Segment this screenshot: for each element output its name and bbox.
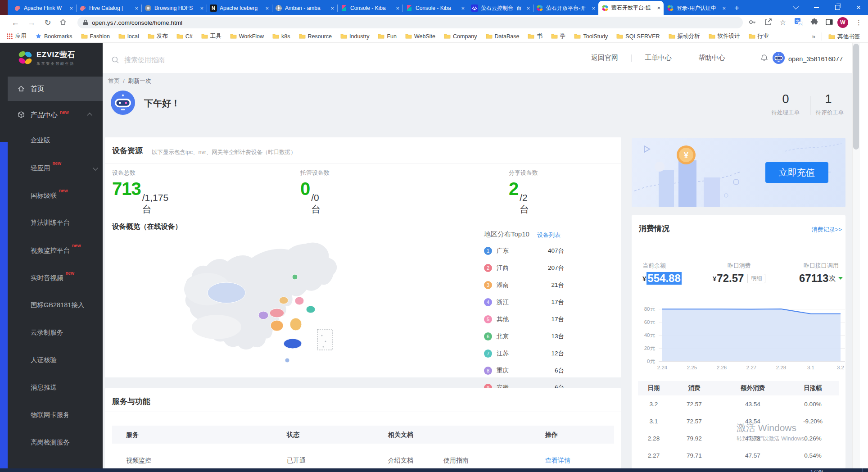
tab-close-icon[interactable]: × — [135, 5, 138, 12]
bookmark-item[interactable]: Industry — [340, 33, 369, 40]
browser-tab[interactable]: NApache Iceberg× — [207, 1, 272, 15]
topbar-link[interactable]: 帮助中心 — [698, 54, 725, 62]
bookmark-item[interactable]: ToolStudy — [574, 33, 608, 40]
browser-tab[interactable]: 登录-用户认证中× — [664, 1, 729, 15]
device-list-link[interactable]: 设备列表 — [537, 231, 561, 239]
url-text[interactable]: open.ys7.com/console/home.html — [92, 19, 182, 26]
bookmark-item[interactable]: k8s — [272, 33, 290, 40]
profile-avatar[interactable]: W — [837, 17, 848, 28]
china-map[interactable] — [172, 239, 371, 369]
tab-close-icon[interactable]: × — [526, 5, 530, 12]
breadcrumb: 首页 / 刷新一次 — [108, 77, 151, 85]
calls-dropdown-caret-icon[interactable] — [838, 277, 843, 280]
topbar-link[interactable]: 工单中心 — [645, 54, 672, 62]
tab-close-icon[interactable]: × — [330, 5, 334, 12]
bookmark-item[interactable]: DataBase — [486, 33, 520, 40]
bookmark-star-icon[interactable]: ☆ — [777, 16, 789, 29]
menu-dots-icon[interactable]: ⋮ — [855, 17, 862, 28]
scrollbar-thumb[interactable] — [853, 44, 859, 150]
bookmark-item[interactable]: 行业 — [749, 32, 769, 40]
tab-close-icon[interactable]: × — [461, 5, 465, 12]
bookmark-item[interactable]: Fashion — [81, 33, 110, 40]
bookmark-item[interactable]: Resource — [299, 33, 332, 40]
omnibox[interactable]: open.ys7.com/console/home.html — [77, 17, 743, 28]
window-restore-button[interactable] — [827, 0, 848, 15]
password-key-icon[interactable] — [748, 18, 757, 27]
sidebar-item-企业版[interactable]: 企业版 — [31, 136, 50, 145]
window-minimize-button[interactable] — [806, 0, 827, 15]
sidebar-item-国标级联[interactable]: 国标级联new — [31, 191, 68, 200]
bookmark-item[interactable]: WorkFlow — [230, 33, 264, 40]
pending-workorders-label[interactable]: 待处理工单 — [763, 109, 808, 117]
bookmark-item[interactable]: C# — [176, 33, 193, 40]
back-icon[interactable]: ← — [9, 16, 22, 29]
share-icon[interactable] — [764, 18, 773, 27]
breadcrumb-home[interactable]: 首页 — [108, 77, 120, 84]
bookmark-item[interactable]: 振动分析 — [669, 32, 700, 40]
browser-tab[interactable]: Console - Kiba× — [337, 1, 402, 15]
side-panel-icon[interactable] — [825, 18, 834, 27]
topbar-link[interactable]: 返回官网 — [591, 54, 618, 62]
search-input[interactable]: 搜索使用指南 — [124, 56, 165, 64]
consumption-records-link[interactable]: 消费记录>> — [812, 226, 842, 234]
bookmark-item[interactable]: 学 — [551, 32, 566, 40]
other-bookmarks[interactable]: 其他书签 — [828, 33, 860, 41]
new-tab-button[interactable]: + — [734, 1, 739, 15]
browser-tab[interactable]: 萤石开放平台-提× — [598, 1, 664, 15]
extensions-puzzle-icon[interactable] — [810, 18, 819, 27]
bookmark-item[interactable]: WebSite — [405, 33, 435, 40]
tab-close-icon[interactable]: × — [69, 5, 73, 12]
tab-close-icon[interactable]: × — [592, 5, 595, 12]
detail-chip[interactable]: 明细 — [747, 274, 765, 283]
browser-tab[interactable]: Ambari - amba× — [272, 1, 337, 15]
translate-icon[interactable]: 文G — [795, 18, 804, 27]
bookmark-item[interactable]: local — [118, 33, 139, 40]
browser-tab[interactable]: Hive Catalog |× — [76, 1, 141, 15]
bookmark-item[interactable]: 软件设计 — [709, 32, 740, 40]
browser-tab[interactable]: 萤石开放平台-开× — [533, 1, 598, 15]
sidebar-item-消息推送[interactable]: 消息推送 — [31, 383, 57, 392]
bookmark-item[interactable]: Bookmarks — [35, 33, 72, 40]
sidebar-item-首页[interactable]: 首页 — [8, 77, 103, 101]
browser-tab[interactable]: Browsing HDFS× — [141, 1, 207, 15]
forward-icon[interactable]: → — [25, 16, 38, 29]
tab-search-chevron-icon[interactable] — [785, 0, 806, 15]
sidebar-item-产品中心[interactable]: 产品中心new — [8, 103, 103, 127]
tab-close-icon[interactable]: × — [200, 5, 203, 12]
windows-taskbar[interactable]: 17:39 — [0, 468, 868, 472]
sidebar-item-离岗检测服务[interactable]: 离岗检测服务 — [31, 438, 70, 447]
sidebar-item-云录制服务[interactable]: 云录制服务 — [31, 328, 63, 337]
sidebar-item-实时音视频[interactable]: 实时音视频new — [31, 273, 74, 282]
ezviz-logo[interactable]: EZVIZ萤石 乐享安全智能生活 — [8, 43, 103, 74]
tab-close-icon[interactable]: × — [657, 5, 660, 11]
username[interactable]: open_3581616077 — [788, 55, 843, 63]
sidebar-item-轻应用[interactable]: 轻应用new — [31, 163, 61, 172]
sidebar-item-国标GB28181接入[interactable]: 国标GB28181接入 — [31, 301, 84, 309]
sidebar-item-算法训练平台[interactable]: 算法训练平台 — [31, 218, 70, 227]
bookmark-item[interactable]: SQLSERVER — [616, 33, 660, 40]
tab-close-icon[interactable]: × — [396, 5, 399, 12]
breadcrumb-current: 刷新一次 — [128, 77, 151, 84]
sidebar-item-物联网卡服务[interactable]: 物联网卡服务 — [31, 411, 70, 419]
review-workorders-label[interactable]: 待评价工单 — [807, 109, 852, 117]
bookmark-item[interactable]: 发布 — [148, 32, 168, 40]
recharge-button[interactable]: 立即充值 — [765, 162, 828, 183]
sidebar-item-人证核验[interactable]: 人证核验 — [31, 356, 57, 364]
bookmark-item[interactable]: 应用 — [6, 32, 27, 40]
tab-close-icon[interactable]: × — [722, 5, 726, 12]
notification-bell-icon[interactable] — [760, 54, 769, 64]
browser-tab[interactable]: Apache Flink W× — [11, 1, 76, 15]
window-close-button[interactable]: × — [848, 0, 868, 15]
bookmark-item[interactable]: Fun — [378, 33, 397, 40]
browser-home-icon[interactable] — [59, 18, 68, 27]
bookmark-item[interactable]: 书 — [528, 32, 542, 40]
browser-tab[interactable]: 萤石云控制台_百× — [468, 1, 533, 15]
bookmark-item[interactable]: 工具 — [201, 32, 222, 40]
bookmarks-overflow-icon[interactable]: » — [812, 33, 815, 40]
tab-close-icon[interactable]: × — [265, 5, 269, 12]
user-avatar[interactable] — [773, 52, 785, 64]
browser-tab[interactable]: Console - Kiba× — [402, 1, 468, 15]
sidebar-item-视频监控平台[interactable]: 视频监控平台new — [31, 246, 81, 255]
bookmark-item[interactable]: Company — [444, 33, 477, 40]
reload-icon[interactable]: ↻ — [41, 16, 54, 29]
